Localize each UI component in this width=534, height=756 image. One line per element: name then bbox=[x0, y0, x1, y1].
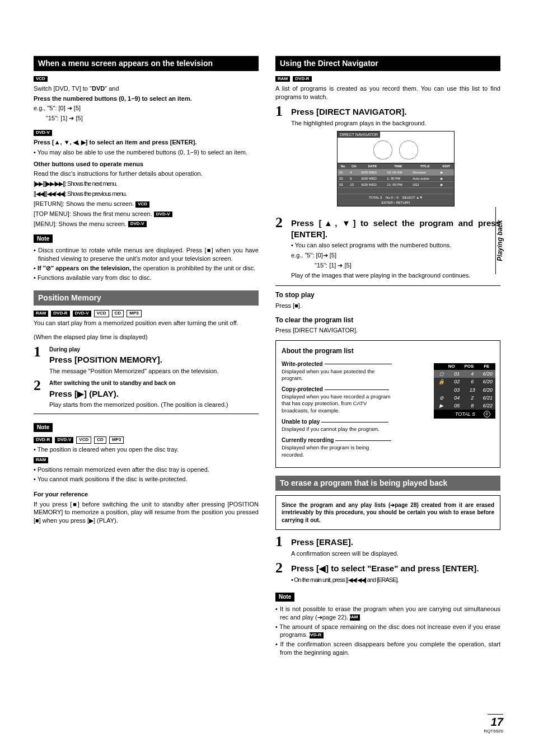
step2-desc: Play starts from the memorized position.… bbox=[49, 401, 259, 409]
zero-circle: 0 bbox=[484, 411, 490, 417]
dn-mock-title: DIRECT NAVIGATOR bbox=[338, 132, 380, 138]
erase-step-1: 1 Press [ERASE]. A confirmation screen w… bbox=[275, 534, 500, 557]
pm-note-3: You cannot mark positions if the disc is… bbox=[34, 475, 259, 483]
up-label: Unable to play bbox=[282, 418, 320, 426]
ref-body: If you press [■] before switching the un… bbox=[34, 500, 259, 525]
pm-note-tags-1: DVD-R DVD-V VCD CD MP3 bbox=[34, 436, 259, 444]
op-return: [RETURN]: Shows the menu screen. VCD bbox=[34, 200, 259, 208]
copy-protect-icon: 🔒 bbox=[434, 378, 449, 385]
erase-s2-title: Press [◀] to select "Erase" and press [E… bbox=[291, 563, 500, 574]
op-next-menu: [▶▶|][▶▶/▶▶|]: Shows the next menu. bbox=[34, 180, 259, 188]
dn-s1-desc: The highlighted program plays in the bac… bbox=[291, 119, 500, 128]
other-buttons-heading: Other buttons used to operate menus bbox=[34, 160, 259, 168]
note-functions-vary: Functions available vary from disc to di… bbox=[34, 274, 259, 282]
pm-note-2: Positions remain memorized even after th… bbox=[34, 466, 259, 474]
press-numbered: Press the numbered buttons (0, 1−9) to s… bbox=[34, 95, 259, 103]
press-arrows: Press [▲, ▼, ◀, ▶] to select an item and… bbox=[34, 138, 259, 147]
op-topmenu: [TOP MENU]: Shows the first menu screen.… bbox=[34, 210, 259, 218]
switch-line: Switch [DVD, TV] to "DVD" and bbox=[34, 84, 259, 93]
dn-table: NoCH DATETIME TITLEEDIT 014 6/20 WED10: … bbox=[338, 163, 454, 194]
dn-intro: A list of programs is created as you rec… bbox=[275, 84, 500, 101]
erase-warning: Since the program and any play lists (➔p… bbox=[275, 495, 500, 530]
note-prohibited: If "⊘" appears on the television, the op… bbox=[34, 264, 259, 273]
note-tag-3: Note bbox=[275, 593, 294, 602]
section-erase: To erase a program that is being played … bbox=[275, 476, 500, 491]
stop-play-heading: To stop play bbox=[275, 290, 500, 299]
cr-desc: Displayed when the program is being reco… bbox=[282, 444, 388, 458]
right-column: Using the Direct Navigator RAM DVD-R A l… bbox=[275, 56, 500, 658]
erase-s1-title: Press [ERASE]. bbox=[291, 537, 500, 548]
program-list-mockup: NO POS FE ◻0146/20 🔒0266/20 03136/20 ⊘04… bbox=[434, 363, 495, 419]
doc-code: RQT6920 bbox=[484, 729, 503, 734]
tag-dvdv: DVD-V bbox=[34, 130, 52, 136]
step-number-1: 1 bbox=[34, 345, 44, 375]
page-number: 17 bbox=[488, 714, 503, 729]
clear-list-heading: To clear the program list bbox=[275, 316, 500, 325]
note-tag-2: Note bbox=[34, 423, 53, 432]
step1-sub: During play bbox=[49, 346, 259, 354]
erase-note-2: The amount of space remaining on the dis… bbox=[275, 623, 500, 640]
pm-step-1: 1 During play Press [POSITION MEMORY]. T… bbox=[34, 345, 259, 375]
side-tab-label: Playing back bbox=[496, 220, 504, 261]
step1-title: Press [POSITION MEMORY]. bbox=[49, 354, 259, 365]
bullet-numbered: You may also be able to use the numbered… bbox=[34, 148, 259, 157]
cr-label: Currently recording bbox=[282, 436, 334, 444]
bullet-list: You may also be able to use the numbered… bbox=[34, 148, 259, 157]
section-menu-screen: When a menu screen appears on the televi… bbox=[34, 56, 259, 71]
stop-play-body: Press [■]. bbox=[275, 302, 500, 310]
note-tag: Note bbox=[34, 234, 53, 243]
note-list-1: Discs continue to rotate while menus are… bbox=[34, 246, 259, 281]
section-position-memory: Position Memory bbox=[34, 290, 259, 306]
tag-ram: RAM bbox=[34, 457, 48, 463]
about-title: About the program list bbox=[282, 346, 494, 355]
section-direct-navigator: Using the Direct Navigator bbox=[275, 56, 500, 71]
read-instructions: Read the disc's instructions for further… bbox=[34, 170, 259, 178]
pm-note-1: The position is cleared when you open th… bbox=[34, 445, 259, 454]
dn-s1-title: Press [DIRECT NAVIGATOR]. bbox=[291, 106, 500, 118]
tag-vcd: VCD bbox=[34, 76, 48, 82]
about-program-list: About the program list Write-protected D… bbox=[275, 340, 500, 468]
pm-intro: You can start play from a memorized posi… bbox=[34, 319, 259, 327]
example-5: e.g., "5": [0] ➔ [5] bbox=[34, 104, 259, 112]
example-15: "15": [1] ➔ [5] bbox=[46, 114, 259, 123]
op-prev-menu: [|◀◀][|◀◀/◀◀]: Shows the previous menu. bbox=[34, 190, 259, 198]
erase-s1-desc: A confirmation screen will be displayed. bbox=[291, 550, 500, 558]
erase-note-1: It is not possible to erase the program … bbox=[275, 605, 500, 622]
dn-step-1: 1 Press [DIRECT NAVIGATOR]. The highligh… bbox=[275, 104, 500, 212]
dn-s2-eg1: e.g., "5": [0]➔ [5] bbox=[291, 251, 500, 260]
dn-s2-title: Press [▲, ▼] to select the program and p… bbox=[291, 218, 500, 241]
pm-tags: RAM DVD-R DVD-V VCD CD MP3 bbox=[34, 309, 259, 317]
erase-notes: It is not possible to erase the program … bbox=[275, 605, 500, 657]
dn-s2-desc: Play of the images that were playing in … bbox=[291, 271, 500, 280]
page-number-block: 17 RQT6920 bbox=[484, 714, 503, 734]
wp-label: Write-protected bbox=[282, 360, 323, 368]
dn-s2-b1: You can also select programs with the nu… bbox=[291, 241, 500, 250]
recording-icon: ▶ bbox=[434, 402, 449, 409]
dn-footer: TOTAL 3 No 0 – 9 SELECT ▲▼ ENTER • RETUR… bbox=[338, 194, 454, 205]
erase-s2-bullet: On the main unit, press [|◀◀/◀◀] and [ER… bbox=[291, 576, 500, 584]
dn-tags: RAM DVD-R bbox=[275, 74, 500, 83]
page-columns: When a menu screen appears on the televi… bbox=[34, 56, 500, 658]
wp-desc: Displayed when you have protected the pr… bbox=[282, 368, 388, 382]
op-menu: [MENU]: Shows the menu screen. DVD-V bbox=[34, 220, 259, 228]
step-number-2r: 2 bbox=[275, 215, 285, 281]
note-discs-rotate: Discs continue to rotate while menus are… bbox=[34, 246, 259, 263]
side-tab: Playing back bbox=[495, 207, 503, 274]
cp-label: Copy-protected bbox=[282, 386, 323, 393]
pm-step-2: 2 After switching the unit to standby an… bbox=[34, 378, 259, 409]
step1-desc: The message "Position Memorized" appears… bbox=[49, 367, 259, 375]
step2-title: Press [▶] (PLAY). bbox=[49, 388, 259, 400]
step2-sub: After switching the unit to standby and … bbox=[49, 379, 259, 387]
left-column: When a menu screen appears on the televi… bbox=[34, 56, 259, 658]
step-number-2: 2 bbox=[34, 378, 44, 409]
dn-scene-illustration bbox=[338, 138, 454, 163]
clear-list-body: Press [DIRECT NAVIGATOR]. bbox=[275, 326, 500, 335]
direct-navigator-mockup: DIRECT NAVIGATOR NoCH DATETIME TITLEEDIT… bbox=[337, 131, 455, 206]
dn-s2-eg2: "15": [1] ➔ [5] bbox=[315, 261, 500, 270]
erase-note-3: If the confirmation screen disappears be… bbox=[275, 640, 500, 657]
step-number-1r: 1 bbox=[275, 104, 285, 212]
write-protect-icon: ◻ bbox=[434, 370, 449, 377]
erase-step-2: 2 Press [◀] to select "Erase" and press … bbox=[275, 561, 500, 585]
cp-desc: Displayed when you have recorded a progr… bbox=[282, 393, 391, 414]
pm-when: (When the elapsed play time is displayed… bbox=[34, 333, 259, 341]
